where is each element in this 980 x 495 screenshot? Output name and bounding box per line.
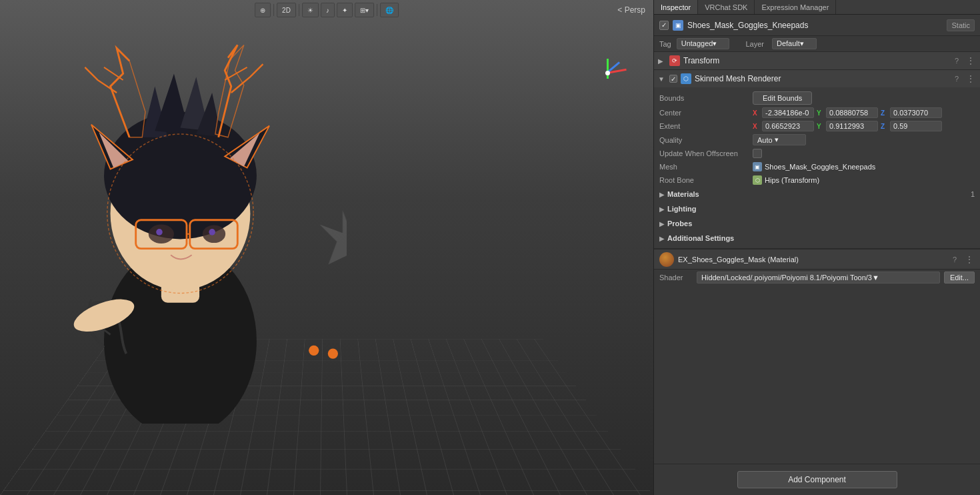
update-offscreen-label: Update When Offscreen	[659, 149, 753, 157]
materials-label: Materials	[667, 190, 699, 198]
smr-expand-icon: ▼	[658, 75, 666, 83]
extent-z-field: Z 0.59	[881, 121, 942, 131]
update-offscreen-row: Update When Offscreen	[654, 147, 980, 160]
viewport-perspective-label: < Persp	[617, 5, 645, 15]
tag-label: Tag	[659, 40, 671, 48]
transform-title: Transform	[683, 56, 948, 65]
material-menu-icon[interactable]: ⋮	[964, 254, 975, 265]
transform-header[interactable]: ▶ ⟳ Transform ? ⋮	[654, 52, 980, 69]
center-y-input[interactable]: 0.08880758	[826, 107, 878, 118]
tag-layer-row: Tag Untagged▾ Layer Default▾	[654, 36, 980, 52]
inspector-tab-bar: Inspector VRChat SDK Expression Manager	[654, 0, 980, 15]
smr-header[interactable]: ▼ ⬡ Skinned Mesh Renderer ? ⋮	[654, 70, 980, 87]
edit-bounds-button[interactable]: Edit Bounds	[753, 91, 812, 105]
object-header: ▣ Shoes_Mask_Goggles_Kneepads Static	[654, 15, 980, 36]
material-block: EX_Shoes_Goggles_Mask (Material) ? ⋮ Sha…	[654, 249, 980, 286]
viewport-gizmos-btn[interactable]: ⊞▾	[355, 3, 374, 17]
tag-dropdown[interactable]: Untagged▾	[677, 38, 730, 49]
shader-row: Shader Hidden/Locked/.poiyomi/Poiyomi 8.…	[654, 270, 980, 286]
quality-dropdown[interactable]: Auto ▾	[753, 134, 806, 145]
tab-vrchat-sdk[interactable]: VRChat SDK	[698, 0, 755, 14]
tab-expression-manager[interactable]: Expression Manager	[755, 0, 836, 14]
material-info-icon[interactable]: ?	[949, 254, 960, 265]
gizmo-center	[605, 71, 610, 75]
add-component-area: Add Component	[654, 464, 980, 495]
bounds-label: Bounds	[659, 94, 753, 102]
bone-ref: ⬡ Hips (Transform)	[753, 175, 819, 185]
mesh-row: Mesh ▣ Shoes_Mask_Goggles_Kneepads	[654, 160, 980, 173]
shader-edit-button[interactable]: Edit...	[944, 272, 975, 284]
layer-dropdown[interactable]: Default▾	[772, 38, 817, 49]
scene-gizmo[interactable]	[587, 53, 633, 100]
center-y-field: Y 0.08880758	[817, 107, 878, 118]
quality-row: Quality Auto ▾	[654, 133, 980, 147]
smr-icon: ⬡	[681, 73, 691, 84]
extent-x-field: X 0.6652923	[753, 121, 814, 131]
object-name[interactable]: Shoes_Mask_Goggles_Kneepads	[687, 21, 943, 30]
probes-section[interactable]: ▶ Probes	[654, 216, 980, 231]
additional-settings-expand-icon: ▶	[659, 235, 665, 242]
bone-icon: ⬡	[753, 175, 762, 185]
character-display	[27, 10, 347, 424]
extent-x-axis: X	[753, 123, 761, 130]
svg-point-24	[328, 348, 338, 358]
add-component-button[interactable]: Add Component	[737, 471, 897, 488]
viewport-effects-btn[interactable]: ✦	[337, 3, 353, 17]
smr-menu-icon[interactable]: ⋮	[965, 73, 976, 84]
components-area[interactable]: ▶ ⟳ Transform ? ⋮ ▼ ⬡ Skinned Mesh Rende…	[654, 52, 980, 464]
smr-info-icon[interactable]: ?	[951, 73, 962, 84]
material-name[interactable]: EX_Shoes_Goggles_Mask (Material)	[678, 256, 945, 264]
viewport[interactable]: ⊕ 2D ☀ ♪ ✦ ⊞▾ 🌐 < Persp	[0, 0, 653, 495]
lighting-label: Lighting	[667, 205, 696, 213]
mesh-icon: ▣	[753, 162, 762, 171]
extent-z-input[interactable]: 0.59	[890, 121, 942, 131]
shader-label: Shader	[659, 274, 693, 282]
svg-point-20	[156, 229, 163, 235]
root-bone-value[interactable]: Hips (Transform)	[765, 176, 819, 184]
static-badge[interactable]: Static	[947, 19, 975, 31]
viewport-2d-btn[interactable]: 2D	[277, 3, 296, 17]
root-bone-label: Root Bone	[659, 176, 753, 184]
additional-settings-section[interactable]: ▶ Additional Settings	[654, 231, 980, 245]
center-z-input[interactable]: 0.0373070	[890, 107, 942, 118]
update-offscreen-checkbox[interactable]	[753, 149, 762, 158]
center-z-axis: Z	[881, 109, 889, 117]
materials-section[interactable]: ▶ Materials 1	[654, 187, 980, 201]
viewport-globe-btn[interactable]: 🌐	[380, 3, 399, 17]
tab-inspector[interactable]: Inspector	[654, 0, 698, 14]
center-x-axis: X	[753, 109, 761, 117]
lighting-section[interactable]: ▶ Lighting	[654, 201, 980, 216]
shader-value[interactable]: Hidden/Locked/.poiyomi/Poiyomi 8.1/Poiyo…	[697, 272, 940, 284]
transform-info-icon[interactable]: ?	[951, 55, 962, 66]
extent-x-input[interactable]: 0.6652923	[762, 121, 814, 131]
extent-y-field: Y 0.9112993	[817, 121, 878, 131]
layer-label: Layer	[745, 40, 764, 48]
center-row: Center X -2.384186e-0 Y 0.08880758	[654, 106, 980, 119]
edit-bounds-row: Bounds Edit Bounds	[654, 90, 980, 106]
gizmo-y-axis	[607, 59, 609, 79]
skinned-mesh-renderer-component: ▼ ⬡ Skinned Mesh Renderer ? ⋮ Bounds Edi…	[654, 70, 980, 249]
svg-marker-13	[319, 210, 347, 265]
root-bone-row: Root Bone ⬡ Hips (Transform)	[654, 173, 980, 187]
object-enabled-checkbox[interactable]	[659, 21, 669, 30]
center-z-field: Z 0.0373070	[881, 107, 942, 118]
extent-label: Extent	[659, 122, 680, 130]
smr-body: Bounds Edit Bounds Center X -2.384186e-0	[654, 87, 980, 248]
viewport-audio-btn[interactable]: ♪	[321, 3, 335, 17]
mesh-ref: ▣ Shoes_Mask_Goggles_Kneepads	[753, 162, 875, 171]
viewport-mode-btn[interactable]: ⊕	[255, 3, 271, 17]
extent-z-axis: Z	[881, 123, 889, 130]
object-icon: ▣	[673, 20, 683, 31]
mesh-label: Mesh	[659, 163, 753, 171]
extent-y-input[interactable]: 0.9112993	[826, 121, 878, 131]
center-y-axis: Y	[817, 109, 825, 117]
viewport-lighting-btn[interactable]: ☀	[302, 3, 319, 17]
lighting-expand-icon: ▶	[659, 205, 665, 213]
transform-menu-icon[interactable]: ⋮	[965, 55, 976, 66]
center-x-input[interactable]: -2.384186e-0	[762, 107, 814, 118]
transform-component: ▶ ⟳ Transform ? ⋮	[654, 52, 980, 70]
transform-icon: ⟳	[669, 55, 680, 66]
probes-label: Probes	[667, 219, 692, 227]
mesh-value[interactable]: Shoes_Mask_Goggles_Kneepads	[765, 163, 875, 171]
smr-enabled-checkbox[interactable]	[669, 75, 677, 83]
